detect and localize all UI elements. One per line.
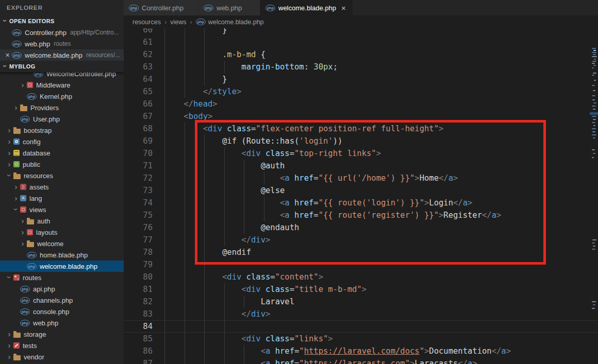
indent-guide	[164, 357, 165, 364]
tree-item-tests[interactable]: ›tests	[0, 340, 124, 351]
code-line-60[interactable]: 60 }	[124, 28, 598, 36]
tree-item-assets[interactable]: ›assets	[0, 181, 124, 193]
minimap-mark	[593, 119, 596, 120]
tree-item-lang[interactable]: ›lang	[0, 193, 124, 204]
tab-welcome-blade-php[interactable]: phpwelcome.blade.php×	[260, 0, 353, 15]
tree-item-database[interactable]: ›database	[0, 147, 124, 159]
open-editors-header[interactable]: › OPEN EDITORS	[0, 15, 124, 27]
code-line-74[interactable]: 74 <a href="{{ route('login') }}">Login<…	[124, 197, 598, 209]
code-line-66[interactable]: 66 </head>	[124, 98, 598, 110]
tree-item-resources[interactable]: ›resources	[0, 170, 124, 181]
indent-guide	[164, 197, 165, 209]
folder-icon	[27, 219, 34, 224]
tree-item-storage[interactable]: ›storage	[0, 328, 124, 340]
tree-item-config[interactable]: ›config	[0, 136, 124, 147]
code-line-77[interactable]: 77 </div>	[124, 234, 598, 246]
code-line-78[interactable]: 78 @endif	[124, 246, 598, 258]
code-line-81[interactable]: 81 <div class="title m-b-md">	[124, 283, 598, 296]
tree-item-layouts[interactable]: ›layouts	[0, 227, 124, 238]
line-number: 78	[124, 246, 153, 258]
tree-item-views[interactable]: ›views	[0, 204, 124, 215]
minimap-mark	[592, 67, 594, 68]
code-line-75[interactable]: 75 <a href="{{ route('register') }}">Reg…	[124, 209, 598, 221]
tree-item-middleware[interactable]: ›Middleware	[0, 79, 124, 91]
tree-item-welcome[interactable]: ›welcome	[0, 238, 124, 249]
file-tree: phpWelcomeController.php›MiddlewarephpKe…	[0, 68, 124, 362]
close-icon[interactable]: ×	[341, 4, 346, 12]
tree-item-routes[interactable]: ›routes	[0, 272, 124, 283]
code-line-62[interactable]: 62 .m-b-md {	[124, 48, 598, 61]
code-line-64[interactable]: 64 }	[124, 73, 598, 85]
code-line-85[interactable]: 85 <div class="links">	[124, 333, 598, 345]
code-line-72[interactable]: 72 <a href="{{ url('/home') }}">Home</a>	[124, 172, 598, 184]
line-number: 86	[124, 345, 153, 357]
line-number: 87	[124, 357, 153, 364]
indent-guide	[224, 61, 225, 73]
tree-item-kernel-php[interactable]: phpKernel.php	[0, 91, 124, 102]
code-line-71[interactable]: 71 @auth	[124, 160, 598, 172]
code-line-83[interactable]: 83 </div>	[124, 308, 598, 320]
minimap-mark	[593, 125, 595, 126]
code-line-86[interactable]: 86 <a href="https://laravel.com/docs">Do…	[124, 345, 598, 357]
tree-item-console-php[interactable]: phpconsole.php	[0, 306, 124, 317]
indent-guide	[224, 283, 225, 296]
tree-item-bootstrap[interactable]: ›bootstrap	[0, 125, 124, 136]
minimap-mark	[592, 56, 597, 57]
indent-guide	[185, 345, 185, 357]
code-line-69[interactable]: 69 @if (Route::has('login'))	[124, 135, 598, 147]
code-line-87[interactable]: 87 <a href="https://laracasts.com">Larac…	[124, 357, 598, 364]
project-header[interactable]: › MYBLOG	[0, 61, 124, 72]
code-line-82[interactable]: 82 Laravel	[124, 296, 598, 308]
code-line-68[interactable]: 68 <div class="flex-center position-ref …	[124, 123, 598, 135]
code-line-63[interactable]: 63 margin-bottom: 30px;	[124, 61, 598, 73]
line-content: <div class="title m-b-md">	[164, 283, 367, 296]
tree-item-public[interactable]: ›public	[0, 159, 124, 170]
open-editor-item-web-php[interactable]: phpweb.phproutes	[0, 38, 124, 49]
minimap-mark	[592, 116, 596, 117]
tree-item-web-php[interactable]: phpweb.php	[0, 317, 124, 328]
code-line-80[interactable]: 80 <div class="content">	[124, 271, 598, 283]
indent-guide	[164, 283, 165, 296]
tree-item-label: web.php	[33, 319, 58, 327]
code-line-73[interactable]: 73 @else	[124, 184, 598, 197]
tab-web-php[interactable]: phpweb.php	[198, 0, 260, 15]
breadcrumb-item-welcome-blade-php[interactable]: phpwelcome.blade.php	[196, 19, 264, 26]
tree-item-api-php[interactable]: phpapi.php	[0, 283, 124, 294]
code-line-79[interactable]: 79	[124, 258, 598, 271]
indent-guide	[224, 209, 225, 221]
minimap[interactable]	[590, 44, 598, 364]
tree-item-channels-php[interactable]: phpchannels.php	[0, 294, 124, 306]
breadcrumb-item-views[interactable]: views	[170, 19, 186, 26]
code-line-76[interactable]: 76 @endauth	[124, 221, 598, 234]
indent-guide	[224, 160, 225, 172]
code-line-70[interactable]: 70 <div class="top-right links">	[124, 147, 598, 160]
tree-item-user-php[interactable]: phpUser.php	[0, 113, 124, 125]
tree-item-home-blade-php[interactable]: phphome.blade.php	[0, 249, 124, 261]
minimap-mark	[592, 75, 594, 76]
tree-item-providers[interactable]: ›Providers	[0, 102, 124, 113]
indent-guide	[204, 209, 205, 221]
indent-guide	[185, 209, 185, 221]
code-line-65[interactable]: 65 </style>	[124, 85, 598, 98]
code-editor[interactable]: 60 }6162 .m-b-md {63 margin-bottom: 30px…	[124, 28, 598, 364]
line-number: 81	[124, 283, 153, 296]
breadcrumb-item-resources[interactable]: resources	[132, 19, 161, 26]
tree-item-vendor[interactable]: ›vendor	[0, 351, 124, 362]
open-editor-item-controller-php[interactable]: phpController.phpapp/Http/Contro...	[0, 27, 124, 38]
tree-item-auth[interactable]: ›auth	[0, 215, 124, 227]
indent-guide	[164, 246, 165, 258]
indent-guide	[185, 123, 185, 135]
tab-controller-php[interactable]: phpController.php	[124, 0, 198, 15]
minimap-mark	[592, 134, 596, 135]
chevron-down-icon: ›	[6, 171, 13, 179]
code-line-67[interactable]: 67 <body>	[124, 110, 598, 123]
line-number: 83	[124, 308, 153, 320]
code-line-61[interactable]: 61	[124, 36, 598, 48]
minimap-highlight-band	[590, 112, 598, 115]
open-editor-item-welcome-blade-php[interactable]: ×phpwelcome.blade.phpresources/...	[0, 49, 124, 61]
chevron-down-icon: ›	[6, 273, 13, 281]
minimap-mark	[592, 99, 595, 100]
close-icon[interactable]: ×	[3, 51, 12, 59]
tree-item-welcome-blade-php[interactable]: phpwelcome.blade.php	[0, 261, 124, 272]
code-line-84[interactable]: 84	[124, 320, 598, 333]
